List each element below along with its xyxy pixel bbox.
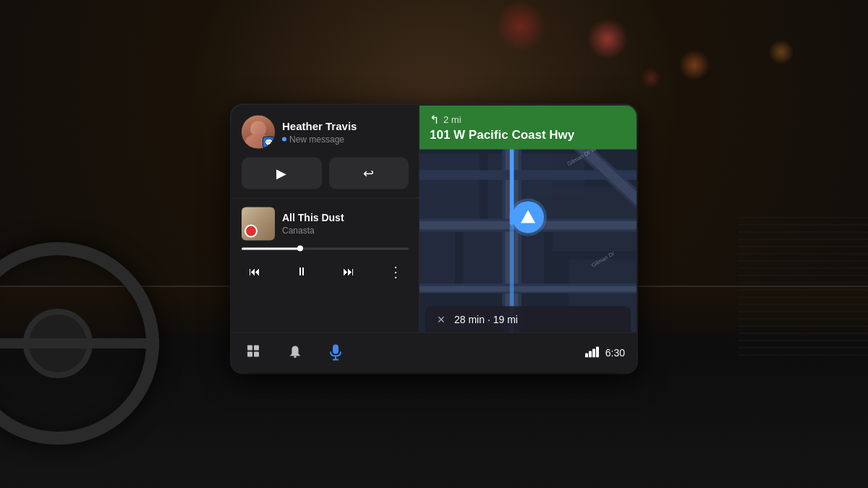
svg-rect-26 <box>333 345 339 354</box>
message-status: New message <box>282 134 409 144</box>
left-panel: 💬 Heather Travis New message ▶ <box>231 105 420 332</box>
progress-bar[interactable] <box>242 247 409 249</box>
status-dot <box>282 137 286 141</box>
music-header: All This Dust Canasta <box>242 207 409 240</box>
mic-icon <box>329 344 342 361</box>
eta-time: 28 min <box>454 313 485 325</box>
music-controls: ⏮ ⏸ ⏭ ⋮ <box>242 258 409 284</box>
svg-rect-21 <box>247 346 252 351</box>
music-info: All This Dust Canasta <box>282 212 409 236</box>
album-art <box>242 207 275 240</box>
contact-name: Heather Travis <box>282 119 409 132</box>
screen-main: 💬 Heather Travis New message ▶ <box>231 105 637 332</box>
message-badge-icon: 💬 <box>263 136 274 147</box>
eta-distance: 19 mi <box>493 313 518 325</box>
nav-distance-row: ↰ 2 mi <box>430 112 626 126</box>
nav-distance-text: 2 mi <box>443 114 461 124</box>
android-auto-screen: 💬 Heather Travis New message ▶ <box>231 105 637 372</box>
message-card: 💬 Heather Travis New message ▶ <box>231 105 419 198</box>
nav-arrow-circle <box>512 201 544 233</box>
svg-rect-30 <box>589 351 592 357</box>
pause-button[interactable]: ⏸ <box>289 258 315 284</box>
more-icon: ⋮ <box>388 262 404 280</box>
track-name: All This Dust <box>282 212 409 224</box>
svg-rect-1 <box>420 153 480 218</box>
bottom-nav-bar: 6:30 <box>231 332 637 372</box>
svg-rect-22 <box>254 346 259 351</box>
music-card: All This Dust Canasta ⏮ ⏸ <box>231 198 419 332</box>
apps-grid-button[interactable] <box>243 341 266 364</box>
pause-icon: ⏸ <box>296 265 307 278</box>
screen-content: 💬 Heather Travis New message ▶ <box>231 105 637 372</box>
svg-rect-23 <box>247 352 252 357</box>
svg-rect-25 <box>294 356 297 358</box>
message-header: 💬 Heather Travis New message <box>242 115 409 148</box>
svg-rect-24 <box>254 352 259 357</box>
play-icon: ▶ <box>276 165 286 181</box>
signal-bars-icon <box>585 346 600 357</box>
signal-icon <box>585 346 600 359</box>
prev-track-button[interactable]: ⏮ <box>242 258 268 284</box>
reply-icon: ↩ <box>363 165 374 181</box>
bell-icon <box>288 345 302 361</box>
vent-grille <box>738 217 868 361</box>
notifications-button[interactable] <box>284 341 307 364</box>
nav-street-name: 101 W Pacific Coast Hwy <box>430 127 626 142</box>
turn-arrow-icon: ↰ <box>430 112 439 126</box>
apps-icon <box>247 345 263 361</box>
svg-rect-29 <box>585 353 588 357</box>
current-position-marker <box>512 201 544 233</box>
svg-rect-13 <box>420 286 637 291</box>
message-info: Heather Travis New message <box>282 119 409 144</box>
time-display: 6:30 <box>605 347 625 359</box>
play-message-button[interactable]: ▶ <box>242 157 322 189</box>
status-text: New message <box>289 134 344 144</box>
more-options-button[interactable]: ⋮ <box>383 258 409 284</box>
nav-icons-group <box>243 341 347 364</box>
progress-fill <box>242 247 300 249</box>
next-track-button[interactable]: ⏭ <box>336 258 362 284</box>
prev-icon: ⏮ <box>249 265 260 278</box>
map-panel[interactable]: Gilman Dr W Gilman Dr ↰ 2 mi 101 W Pacif… <box>420 105 637 332</box>
avatar: 💬 <box>242 115 275 148</box>
status-bar: 6:30 <box>585 346 625 359</box>
artist-name: Canasta <box>282 225 409 235</box>
message-actions: ▶ ↩ <box>242 157 409 189</box>
svg-rect-3 <box>420 226 455 291</box>
eta-separator: · <box>488 313 493 325</box>
reply-message-button[interactable]: ↩ <box>329 157 409 189</box>
eta-text: 28 min · 19 mi <box>454 313 518 325</box>
svg-rect-32 <box>596 346 599 357</box>
next-icon: ⏭ <box>343 265 354 278</box>
nav-arrow-triangle <box>521 210 535 223</box>
microphone-button[interactable] <box>324 341 347 364</box>
svg-rect-31 <box>592 348 595 357</box>
close-eta-button[interactable]: ✕ <box>434 312 448 326</box>
nav-banner: ↰ 2 mi 101 W Pacific Coast Hwy <box>420 105 637 149</box>
eta-bar: ✕ 28 min · 19 mi <box>425 306 631 332</box>
